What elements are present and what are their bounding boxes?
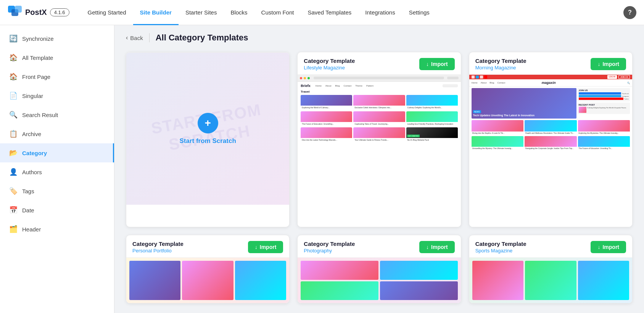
briefx-card-text-8: Your Ultimate Guide to Fitness Trends... xyxy=(353,138,405,142)
mag-grid-img-6 xyxy=(578,136,630,147)
sidebar-item-all-template[interactable]: 🏠 All Template xyxy=(0,48,114,67)
synchronize-icon: 🔄 xyxy=(9,34,18,43)
template-card-sports: Category Template Sports Magazine ↓ Impo… xyxy=(469,235,633,303)
browser-dot-green xyxy=(308,77,310,79)
sidebar-label-archive: Archive xyxy=(22,131,41,137)
nav-site-builder[interactable]: Site Builder xyxy=(133,0,179,25)
import-button-portfolio[interactable]: ↓ Import xyxy=(248,241,283,253)
mag-grid-text-1: Diving into the Depths: A Look At Thi... xyxy=(472,132,523,135)
templates-grid-bottom: Category Template Personal Portfolio ↓ I… xyxy=(126,235,633,303)
mag-tw-btn xyxy=(579,95,621,97)
tags-icon: 🏷️ xyxy=(9,187,18,195)
mag-topbar: LOG IN JOIN US xyxy=(469,75,632,79)
briefx-card-text-9: No #1 Blog Website Pack xyxy=(406,138,458,142)
photo-img-3 xyxy=(301,281,378,300)
main-layout: 🔄 Synchronize 🏠 All Template 🏠 Front Pag… xyxy=(0,25,644,313)
nav-custom-font[interactable]: Custom Font xyxy=(254,0,301,25)
import-button-sports[interactable]: ↓ Import xyxy=(591,241,626,253)
template-info-morning: Category Template Morning Magazine xyxy=(475,58,526,71)
sidebar-item-tags[interactable]: 🏷️ Tags xyxy=(0,181,114,201)
briefx-nav-blog: Blog xyxy=(334,85,341,87)
browser-dot-yellow xyxy=(304,77,306,79)
import-arrow-icon-sports: ↓ xyxy=(597,244,600,250)
template-sub-lifestyle: Lifestyle Magazine xyxy=(304,65,355,71)
briefx-logo: Briefx xyxy=(301,84,311,88)
sidebar: 🔄 Synchronize 🏠 All Template 🏠 Front Pag… xyxy=(0,25,114,313)
mag-icon-3 xyxy=(480,75,483,79)
mag-tw-count: Instagram xyxy=(622,95,629,97)
import-button-lifestyle[interactable]: ↓ Import xyxy=(419,58,455,70)
scratch-preview[interactable]: START FROMSCRATCH + Start from Scratch xyxy=(126,52,289,205)
import-button-photography[interactable]: ↓ Import xyxy=(419,241,455,253)
search-result-icon: 🔍 xyxy=(9,111,18,119)
mag-icon-2 xyxy=(476,75,479,79)
mag-social-row-2: Instagram xyxy=(579,95,629,97)
scratch-add-icon: + xyxy=(198,113,218,133)
category-icon: 📂 xyxy=(9,149,18,157)
back-chevron-icon: ‹ xyxy=(126,34,128,41)
import-arrow-icon-photography: ↓ xyxy=(426,244,429,250)
briefx-card-img-2 xyxy=(353,95,405,106)
help-button[interactable]: ? xyxy=(623,6,636,19)
sidebar-item-category[interactable]: 📂 Category xyxy=(0,143,114,162)
template-header-morning: Category Template Morning Magazine ↓ Imp… xyxy=(469,52,632,74)
briefx-card-5: Captivating Tales of Travel: Journeying.… xyxy=(353,111,405,126)
mag-recent-img xyxy=(579,107,586,113)
sports-grid xyxy=(469,258,632,303)
template-card-portfolio: Category Template Personal Portfolio ↓ I… xyxy=(126,235,290,303)
sidebar-item-front-page[interactable]: 🏠 Front Page xyxy=(0,67,114,86)
template-card-morning: Category Template Morning Magazine ↓ Imp… xyxy=(469,52,633,227)
sidebar-label-synchronize: Synchronize xyxy=(22,35,54,42)
back-button[interactable]: ‹ Back xyxy=(126,34,143,41)
sports-img-1 xyxy=(472,261,523,300)
sidebar-item-date[interactable]: 📅 Date xyxy=(0,201,114,220)
sports-img-2 xyxy=(525,261,576,300)
sidebar-item-authors[interactable]: 👤 Authors xyxy=(0,162,114,181)
sidebar-item-archive[interactable]: 📋 Archive xyxy=(0,124,114,143)
briefx-browser: Briefx Home About Blog Contact Theme Pat… xyxy=(298,75,460,227)
import-label-photography: Import xyxy=(431,244,448,250)
browser-dot-red xyxy=(300,77,302,79)
lifestyle-preview: Briefx Home About Blog Contact Theme Pat… xyxy=(298,74,460,227)
nav-starter-sites[interactable]: Starter Sites xyxy=(179,0,224,25)
nav-blocks[interactable]: Blocks xyxy=(224,0,254,25)
svg-rect-2 xyxy=(15,6,22,13)
mag-widget-join: JOIN US Facebook Instagram xyxy=(578,88,630,101)
sports-preview xyxy=(469,257,632,303)
mag-grid-img-3 xyxy=(578,120,630,132)
briefx-card-text-1: Exploring the World of Culinary... xyxy=(301,106,352,110)
briefx-nav-theme: Theme xyxy=(354,85,364,87)
logo-area: PostX 4.1.6 xyxy=(8,5,69,20)
briefx-card-3: Culinary Delights: Exploring the World's… xyxy=(406,95,458,110)
sidebar-item-synchronize[interactable]: 🔄 Synchronize xyxy=(0,29,114,48)
portfolio-grid xyxy=(126,258,289,303)
mag-nav-about: About xyxy=(481,82,487,84)
mag-social-row: Facebook xyxy=(579,92,629,95)
briefx-top-grid: Exploring the World of Culinary... Exclu… xyxy=(301,95,457,110)
briefx-section-title: Travel xyxy=(301,90,457,93)
mag-grid-text-4: Unravelling the Mystery: The Ultimate In… xyxy=(472,147,523,150)
briefx-card-text-6: Leading Eco-Friendly Practices, Reshapin… xyxy=(406,122,458,126)
mag-grid-item-6: The Future of Education: Unveiling Th... xyxy=(578,136,630,150)
mag-social-icons xyxy=(472,75,487,79)
mag-grid-img-4 xyxy=(472,136,523,147)
mag-badge: NEWS xyxy=(473,110,481,113)
portfolio-preview xyxy=(126,257,289,303)
back-label: Back xyxy=(130,35,143,41)
import-button-morning[interactable]: ↓ Import xyxy=(591,58,626,70)
mag-login-btn: LOG IN xyxy=(607,75,617,79)
nav-settings[interactable]: Settings xyxy=(402,0,436,25)
top-navigation: PostX 4.1.6 Getting Started Site Builder… xyxy=(0,0,644,25)
nav-saved-templates[interactable]: Saved Templates xyxy=(301,0,358,25)
sidebar-item-search-result[interactable]: 🔍 Search Result xyxy=(0,105,114,124)
nav-integrations[interactable]: Integrations xyxy=(358,0,402,25)
sidebar-item-header[interactable]: 🗂️ Header xyxy=(0,220,114,239)
briefx-card-text-7: Dive into the Latest Technology Marvels.… xyxy=(301,138,352,142)
template-header-lifestyle: Category Template Lifestyle Magazine ↓ I… xyxy=(298,52,460,74)
import-label-morning: Import xyxy=(602,61,619,67)
briefx-card-text-3: Culinary Delights: Exploring the World's… xyxy=(406,106,458,110)
sidebar-item-singular[interactable]: 📄 Singular xyxy=(0,86,114,105)
template-name-portfolio: Category Template xyxy=(132,241,184,247)
nav-getting-started[interactable]: Getting Started xyxy=(81,0,133,25)
header-icon: 🗂️ xyxy=(9,225,18,233)
